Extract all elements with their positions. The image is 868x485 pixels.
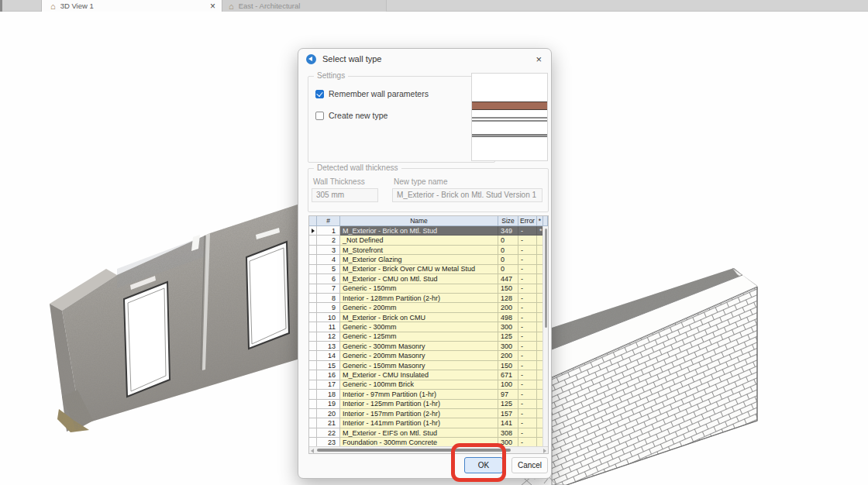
table-row[interactable]: 23 Foundation - 300mm Concrete 300 - [309, 438, 548, 446]
row-error-cell: - [518, 255, 537, 264]
row-number-cell: 13 [317, 342, 340, 351]
row-error-cell: - [518, 313, 537, 322]
row-name-cell: M_Exterior - CMU Insulated [340, 370, 498, 380]
row-number-cell: 23 [317, 438, 340, 446]
row-name-cell: Generic - 150mm [340, 284, 498, 294]
row-number-cell: 19 [317, 400, 340, 409]
row-name-cell: Generic - 300mm [340, 322, 498, 332]
header-number: # [317, 216, 340, 226]
row-number-cell: 9 [317, 303, 340, 312]
header-name: Name [340, 216, 498, 226]
wall-thickness-label: Wall Thickness [313, 177, 365, 186]
table-row[interactable]: 19 Interior - 125mm Partition (1-hr) 125… [309, 400, 548, 409]
tab-close-icon[interactable]: × [210, 2, 215, 10]
table-body: 1 M_Exterior - Brick on Mtl. Stud 349 - … [309, 226, 548, 446]
table-row[interactable]: 11 Generic - 300mm 300 - [309, 322, 548, 332]
row-name-cell: Generic - 100mm Brick [340, 380, 498, 390]
table-row[interactable]: 4 M_Exterior Glazing 0 - [309, 255, 548, 264]
checkbox-create-new-type[interactable]: Create new type [315, 111, 388, 120]
row-name-cell: Generic - 150mm Masonry [340, 361, 498, 370]
header-error: Error [518, 216, 537, 226]
row-selector-cell [309, 322, 317, 332]
row-size-cell: 125 [498, 400, 518, 409]
table-row[interactable]: 12 Generic - 125mm 125 - [309, 332, 548, 342]
table-row[interactable]: 5 M_Exterior - Brick Over CMU w Metal St… [309, 265, 548, 274]
table-row[interactable]: 8 Interior - 128mm Partition (2-hr) 128 … [309, 294, 548, 303]
table-row[interactable]: 14 Generic - 200mm Masonry 200 - [309, 351, 548, 360]
row-number-cell: 17 [317, 380, 340, 390]
table-row[interactable]: 3 M_Storefront 0 - [309, 246, 548, 255]
row-name-cell: M_Exterior Glazing [340, 255, 498, 264]
table-row[interactable]: 16 M_Exterior - CMU Insulated 671 - [309, 370, 548, 380]
checkbox-checked-icon[interactable] [315, 90, 324, 98]
wall-thickness-field: 305 mm [312, 188, 378, 202]
row-number-cell: 21 [317, 418, 340, 428]
table-row[interactable]: 17 Generic - 100mm Brick 100 - [309, 380, 548, 390]
row-error-cell: - [518, 361, 537, 370]
cancel-button[interactable]: Cancel [512, 457, 548, 473]
row-size-cell: 0 [498, 246, 518, 255]
row-error-cell: - [518, 226, 537, 236]
vertical-scrollbar-thumb[interactable] [545, 229, 547, 328]
row-size-cell: 498 [498, 313, 518, 322]
tab-3d-view-1[interactable]: ⌂ 3D View 1 × [41, 0, 222, 12]
row-name-cell: Generic - 200mm Masonry [340, 351, 498, 360]
table-row[interactable]: 18 Interior - 97mm Partition (1-hr) 97 - [309, 390, 548, 399]
row-selector-cell [309, 246, 317, 255]
checkbox-label: Create new type [329, 111, 388, 120]
header-star: * [537, 216, 543, 226]
checkbox-remember-wall-parameters[interactable]: Remember wall parameters [315, 89, 429, 98]
horizontal-scrollbar-thumb[interactable] [317, 449, 511, 452]
row-error-cell: - [518, 274, 537, 284]
row-number-cell: 7 [317, 284, 340, 294]
preview-stud-layer [472, 117, 547, 122]
table-row[interactable]: 9 Generic - 200mm 200 - [309, 303, 548, 312]
table-row[interactable]: 7 Generic - 150mm 150 - [309, 284, 548, 294]
table-row[interactable]: 6 M_Exterior - CMU on Mtl. Stud 447 - [309, 274, 548, 284]
table-row[interactable]: 13 Generic - 300mm Masonry 300 - [309, 342, 548, 351]
row-number-cell: 20 [317, 409, 340, 418]
row-error-cell: - [518, 428, 537, 438]
row-error-cell: - [518, 342, 537, 351]
row-size-cell: 300 [498, 438, 518, 446]
row-name-cell: Interior - 157mm Partition (2-hr) [340, 409, 498, 418]
scroll-right-arrow-icon[interactable] [543, 449, 546, 453]
row-name-cell: M_Exterior - Brick Over CMU w Metal Stud [340, 265, 498, 274]
row-number-cell: 11 [317, 322, 340, 332]
row-name-cell: Generic - 300mm Masonry [340, 342, 498, 351]
row-size-cell: 141 [498, 418, 518, 428]
table-row[interactable]: 22 M_Exterior - EIFS on Mtl. Stud 308 - [309, 428, 548, 438]
row-number-cell: 15 [317, 361, 340, 370]
tab-east-architectural[interactable]: ⌂ East - Architectural [222, 0, 387, 12]
row-number-cell: 16 [317, 370, 340, 380]
table-header: # Name Size Error * [309, 216, 548, 226]
table-row[interactable]: 15 Generic - 150mm Masonry 150 - [309, 361, 548, 370]
row-error-cell: - [518, 418, 537, 428]
ok-button[interactable]: OK [464, 457, 503, 473]
table-row[interactable]: 20 Interior - 157mm Partition (2-hr) 157… [309, 409, 548, 418]
home-icon: ⌂ [229, 2, 234, 10]
row-selector-cell [309, 303, 317, 312]
checkbox-unchecked-icon[interactable] [315, 112, 324, 120]
row-error-cell: - [518, 438, 537, 446]
close-icon[interactable]: × [536, 53, 542, 65]
table-row[interactable]: 1 M_Exterior - Brick on Mtl. Stud 349 - … [309, 226, 548, 236]
row-size-cell: 349 [498, 226, 518, 236]
row-selector-cell [309, 428, 317, 438]
header-size: Size [498, 216, 518, 226]
row-selector-cell [309, 332, 317, 342]
dialog-titlebar[interactable]: Select wall type × [298, 49, 551, 69]
door-opening-right [246, 242, 289, 349]
table-row[interactable]: 2 _Not Defined 0 - [309, 236, 548, 245]
header-selector-col [309, 216, 317, 226]
row-name-cell: Interior - 128mm Partition (2-hr) [340, 294, 498, 303]
horizontal-scrollbar[interactable] [309, 446, 548, 453]
row-selector-cell [309, 400, 317, 409]
table-row[interactable]: 21 Interior - 141mm Partition (1-hr) 141… [309, 418, 548, 428]
table-row[interactable]: 10 M_Exterior - Brick on CMU 498 - [309, 313, 548, 322]
scroll-left-arrow-icon[interactable] [311, 449, 314, 453]
row-number-cell: 3 [317, 246, 340, 255]
preview-brick-layer [472, 101, 547, 110]
row-selector-cell [309, 409, 317, 418]
vertical-scrollbar[interactable] [542, 226, 548, 446]
